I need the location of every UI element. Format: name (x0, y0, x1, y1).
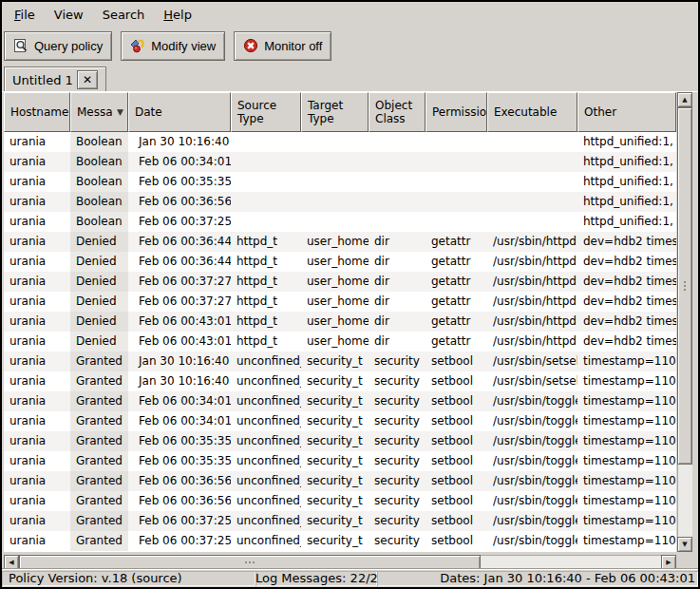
cell: Feb 06 00:34:01 (128, 411, 231, 431)
cell: timestamp=11076 (577, 451, 676, 471)
scroll-right-button[interactable]: ▶ (661, 555, 676, 570)
tab-untitled-1[interactable]: Untitled 1 ✕ (4, 66, 106, 92)
modify-view-button[interactable]: Modify view (121, 31, 225, 61)
cell (301, 132, 369, 152)
cell: urania (4, 272, 70, 292)
table-row[interactable]: uraniaGrantedJan 30 10:16:40unconfined_s… (4, 371, 676, 391)
cell: security_t (301, 371, 369, 391)
table-row[interactable]: uraniaDeniedFeb 06 00:37:27httpd_tuser_h… (4, 292, 676, 312)
cell: /usr/sbin/toggle (487, 431, 577, 451)
table-row[interactable]: uraniaDeniedFeb 06 00:36:44httpd_tuser_h… (4, 232, 676, 252)
cell: urania (4, 491, 70, 511)
table-row[interactable]: uraniaDeniedFeb 06 00:36:44httpd_tuser_h… (4, 252, 676, 272)
cell: urania (4, 212, 70, 232)
cell (426, 132, 487, 152)
scroll-down-button[interactable]: ▼ (677, 537, 692, 552)
table-row[interactable]: uraniaGrantedFeb 06 00:37:25unconfined_s… (4, 531, 676, 551)
table-body: uraniaBooleanJan 30 10:16:40httpd_unifie… (4, 132, 676, 552)
table-row[interactable]: uraniaBooleanFeb 06 00:36:56httpd_unifie… (4, 192, 676, 212)
column-header-permission[interactable]: Permission (426, 92, 487, 132)
menu-search[interactable]: Search (93, 3, 155, 27)
seaudit-window: FileViewSearchHelp Query policy (0, 0, 700, 589)
cell: unconfined_ (231, 451, 301, 471)
column-header-other[interactable]: Other (577, 92, 676, 132)
cell (301, 192, 369, 212)
table-row[interactable]: uraniaGrantedFeb 06 00:34:01unconfined_s… (4, 391, 676, 411)
cell: security (369, 491, 426, 511)
cell: httpd_t (231, 252, 301, 272)
column-header-object-class[interactable]: ObjectClass (369, 92, 426, 132)
cell: Jan 30 10:16:40 (128, 371, 231, 391)
cell: Feb 06 00:35:35 (128, 431, 231, 451)
table-row[interactable]: uraniaDeniedFeb 06 00:43:01httpd_tuser_h… (4, 312, 676, 332)
cell: user_home_ (301, 292, 369, 312)
column-header-date[interactable]: Date (128, 92, 231, 132)
scroll-up-button[interactable]: ▲ (677, 92, 692, 107)
column-header-hostname[interactable]: Hostname (4, 92, 70, 132)
cell: Feb 06 00:34:01 (128, 152, 231, 172)
table-row[interactable]: uraniaBooleanFeb 06 00:35:35httpd_unifie… (4, 172, 676, 192)
cell (301, 212, 369, 232)
table-row[interactable]: uraniaGrantedFeb 06 00:37:25unconfined_s… (4, 511, 676, 531)
arrow-left-icon: ◀ (9, 559, 13, 566)
vertical-scroll-thumb[interactable] (677, 107, 692, 465)
cell: security (369, 511, 426, 531)
tab-close-button[interactable]: ✕ (77, 70, 98, 89)
cell: setbool (426, 531, 487, 551)
query-policy-button[interactable]: Query policy (4, 31, 112, 61)
cell (426, 192, 487, 212)
horizontal-scroll-thumb[interactable] (19, 555, 481, 570)
cell: /usr/sbin/httpd (487, 232, 577, 252)
menu-help[interactable]: Help (154, 3, 201, 27)
cell: unconfined_ (231, 491, 301, 511)
cell: /usr/sbin/httpd (487, 292, 577, 312)
table-row[interactable]: uraniaBooleanFeb 06 00:34:01httpd_unifie… (4, 152, 676, 172)
cell: urania (4, 411, 70, 431)
cell: Feb 06 00:37:25 (128, 212, 231, 232)
cell: setbool (426, 511, 487, 531)
horizontal-scrollbar[interactable]: ◀ ▶ (4, 555, 676, 570)
monitor-off-button[interactable]: Monitor off (234, 31, 331, 61)
cell: Feb 06 00:36:44 (128, 252, 231, 272)
magnifier-document-icon (13, 38, 28, 53)
cell: /usr/sbin/toggle (487, 491, 577, 511)
cell: httpd_unified:1, ht (577, 132, 676, 152)
column-header-source-type[interactable]: SourceType (231, 92, 301, 132)
cell (301, 172, 369, 192)
menu-view[interactable]: View (45, 3, 93, 27)
cell: /usr/sbin/httpd (487, 272, 577, 292)
log-messages-status: Log Messages: 22/23 (255, 571, 377, 586)
column-header-executable[interactable]: Executable (487, 92, 577, 132)
cell: unconfined_ (231, 371, 301, 391)
table-row[interactable]: uraniaDeniedFeb 06 00:37:27httpd_tuser_h… (4, 272, 676, 292)
cell: Denied (70, 292, 128, 312)
cell: user_home_ (301, 272, 369, 292)
column-header-messa[interactable]: Messa▼ (70, 92, 128, 132)
table-row[interactable]: uraniaBooleanJan 30 10:16:40httpd_unifie… (4, 132, 676, 152)
cell: httpd_unified:1, ht (577, 192, 676, 212)
table-row[interactable]: uraniaBooleanFeb 06 00:37:25httpd_unifie… (4, 212, 676, 232)
cell: getattr (426, 232, 487, 252)
close-icon: ✕ (83, 73, 92, 86)
table-row[interactable]: uraniaGrantedFeb 06 00:36:56unconfined_s… (4, 471, 676, 491)
table-row[interactable]: uraniaGrantedFeb 06 00:35:35unconfined_s… (4, 431, 676, 451)
vertical-scrollbar[interactable]: ▲ ▼ (677, 92, 692, 552)
table-row[interactable]: uraniaGrantedFeb 06 00:35:35unconfined_s… (4, 451, 676, 471)
table-row[interactable]: uraniaGrantedFeb 06 00:34:01unconfined_s… (4, 411, 676, 431)
menu-file[interactable]: File (5, 3, 45, 27)
table-row[interactable]: uraniaGrantedJan 30 10:16:40unconfined_s… (4, 352, 676, 371)
cell: unconfined_ (231, 352, 301, 371)
table-row[interactable]: uraniaDeniedFeb 06 00:43:01httpd_tuser_h… (4, 332, 676, 352)
column-header-target-type[interactable]: TargetType (301, 92, 369, 132)
cell: urania (4, 451, 70, 471)
cell: httpd_t (231, 312, 301, 332)
cell: security_t (301, 451, 369, 471)
cell: urania (4, 371, 70, 391)
cell: security_t (301, 531, 369, 551)
cell: setbool (426, 391, 487, 411)
toolbar: Query policy Modify view (2, 28, 698, 64)
scroll-left-button[interactable]: ◀ (4, 555, 19, 570)
cell: timestamp=11076 (577, 511, 676, 531)
cell: Feb 06 00:36:56 (128, 491, 231, 511)
table-row[interactable]: uraniaGrantedFeb 06 00:36:56unconfined_s… (4, 491, 676, 511)
